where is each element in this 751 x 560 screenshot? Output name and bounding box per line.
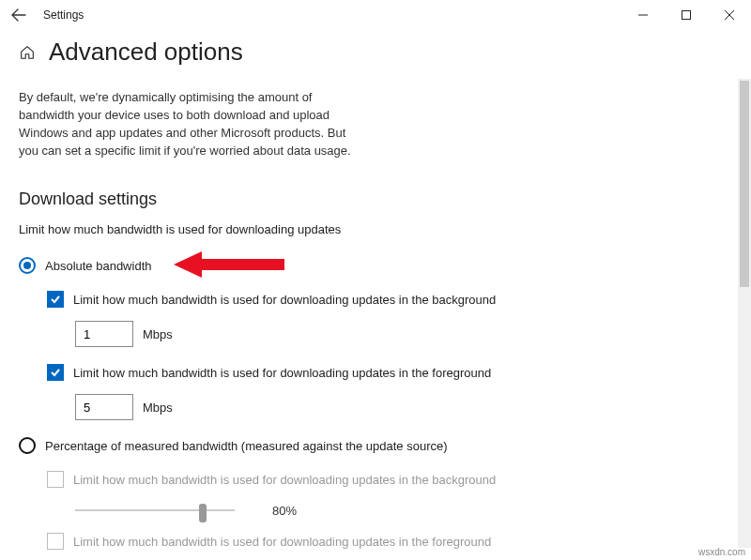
intro-text: By default, we're dynamically optimising… <box>19 89 357 159</box>
back-button[interactable] <box>8 4 30 26</box>
download-hint: Limit how much bandwidth is used for dow… <box>19 222 732 236</box>
window-controls <box>621 0 751 30</box>
checkbox-icon <box>47 291 64 308</box>
checkbox-icon <box>47 471 64 488</box>
content-area: By default, we're dynamically optimising… <box>0 78 751 560</box>
maximize-button[interactable] <box>665 0 708 30</box>
check-pct-background: Limit how much bandwidth is used for dow… <box>47 471 732 488</box>
page-title: Advanced options <box>49 38 243 67</box>
radio-absolute-bandwidth[interactable]: Absolute bandwidth <box>19 257 732 274</box>
check-limit-foreground[interactable]: Limit how much bandwidth is used for dow… <box>47 364 732 381</box>
slider-bg-value: 80% <box>272 504 297 518</box>
slider-bg <box>75 501 235 520</box>
annotation-arrow-icon <box>174 248 286 281</box>
check-bg-label: Limit how much bandwidth is used for dow… <box>73 293 496 307</box>
titlebar: Settings <box>0 0 751 30</box>
input-fg-bandwidth-row: Mbps <box>75 394 732 420</box>
slider-thumb-icon <box>199 504 207 522</box>
unit-label: Mbps <box>143 401 173 415</box>
download-heading: Download settings <box>19 189 732 209</box>
check-fg-label: Limit how much bandwidth is used for dow… <box>73 366 491 380</box>
close-button[interactable] <box>708 0 751 30</box>
back-arrow-icon <box>11 8 26 23</box>
radio-icon <box>19 437 36 454</box>
unit-label: Mbps <box>143 327 173 341</box>
slider-bg-row: 80% <box>75 501 732 520</box>
input-bg-bandwidth-row: Mbps <box>75 321 732 347</box>
input-fg-bandwidth[interactable] <box>75 394 133 420</box>
input-bg-bandwidth[interactable] <box>75 321 133 347</box>
minimize-button[interactable] <box>621 0 665 30</box>
radio-absolute-label: Absolute bandwidth <box>45 259 151 273</box>
page-header: Advanced options <box>0 30 751 78</box>
check-pct-foreground: Limit how much bandwidth is used for dow… <box>47 533 732 550</box>
check-bg-pct-label: Limit how much bandwidth is used for dow… <box>73 473 496 487</box>
check-fg-pct-label: Limit how much bandwidth is used for dow… <box>73 535 491 549</box>
checkbox-icon <box>47 533 64 550</box>
watermark: wsxdn.com <box>698 547 745 557</box>
svg-marker-4 <box>174 251 284 278</box>
home-icon[interactable] <box>19 44 36 61</box>
checkbox-icon <box>47 364 64 381</box>
svg-rect-1 <box>682 11 691 20</box>
window-title: Settings <box>43 8 84 22</box>
check-limit-background[interactable]: Limit how much bandwidth is used for dow… <box>47 291 732 308</box>
radio-percentage-bandwidth[interactable]: Percentage of measured bandwidth (measur… <box>19 437 732 454</box>
radio-icon <box>19 257 36 274</box>
radio-percent-label: Percentage of measured bandwidth (measur… <box>45 439 448 453</box>
